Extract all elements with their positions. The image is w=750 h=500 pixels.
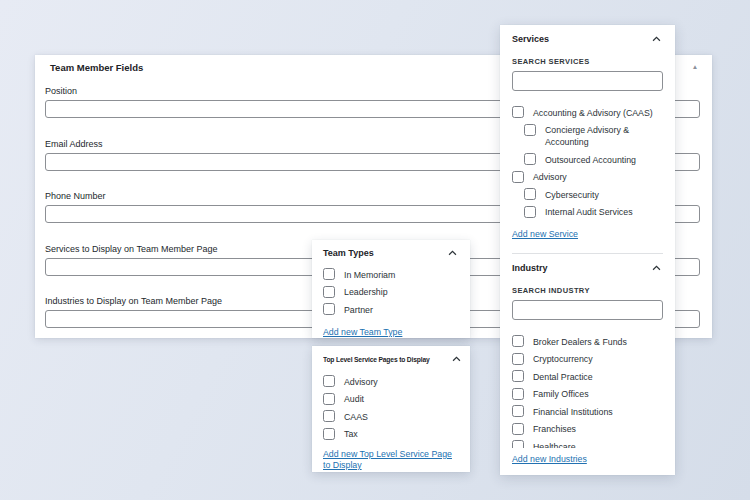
checkbox-row[interactable]: Cryptocurrency xyxy=(512,353,663,366)
team-types-panel: Team Types In Memoriam Leadership Partne… xyxy=(312,240,470,338)
search-industry-label: SEARCH INDUSTRY xyxy=(512,286,663,295)
checkbox[interactable] xyxy=(524,124,536,136)
services-section-header: Services xyxy=(512,34,663,44)
checkbox-row[interactable]: Accounting & Advisory (CAAS) xyxy=(512,106,663,119)
chevron-up-icon[interactable] xyxy=(446,248,459,258)
checkbox[interactable] xyxy=(323,393,335,405)
checkbox[interactable] xyxy=(512,423,524,435)
checkbox-row[interactable]: CAAS xyxy=(323,410,459,423)
checkbox-row[interactable]: Franchises xyxy=(512,423,663,436)
page-background: { "main_panel": { "title": "Team Member … xyxy=(0,0,750,500)
chevron-up-icon[interactable] xyxy=(650,263,663,273)
top-level-service-pages-panel: Top Level Service Pages to Display Advis… xyxy=(312,346,470,472)
search-industry-input[interactable] xyxy=(512,300,663,320)
taxonomy-sidebar-panel: Services SEARCH SERVICES Accounting & Ad… xyxy=(500,25,675,475)
industry-section-header: Industry xyxy=(512,263,663,273)
checkbox-row[interactable]: Concierge Advisory & Accounting xyxy=(524,124,663,149)
checkbox-row[interactable]: Leadership xyxy=(323,286,459,299)
chevron-up-icon[interactable] xyxy=(450,354,463,364)
search-services-input[interactable] xyxy=(512,71,663,91)
checkbox-row[interactable]: Financial Institutions xyxy=(512,405,663,418)
checkbox[interactable] xyxy=(323,375,335,387)
checkbox[interactable] xyxy=(512,405,524,417)
email-label: Email Address xyxy=(45,139,103,149)
checkbox[interactable] xyxy=(524,153,536,165)
top-level-list: Advisory Audit CAAS Tax xyxy=(323,375,459,440)
section-divider xyxy=(512,253,663,254)
position-label: Position xyxy=(45,86,77,96)
services-checklist: Accounting & Advisory (CAAS) Concierge A… xyxy=(512,106,663,218)
industry-title: Industry xyxy=(512,263,548,273)
services-title: Services xyxy=(512,34,549,44)
checkbox[interactable] xyxy=(512,370,524,382)
checkbox[interactable] xyxy=(524,206,536,218)
checkbox[interactable] xyxy=(512,440,524,448)
checkbox[interactable] xyxy=(512,353,524,365)
panel-title: Team Member Fields xyxy=(50,62,143,73)
top-level-title: Top Level Service Pages to Display xyxy=(323,355,430,364)
industries-display-label: Industries to Display on Team Member Pag… xyxy=(45,296,222,306)
checkbox-row[interactable]: Broker Dealers & Funds xyxy=(512,335,663,348)
team-types-title: Team Types xyxy=(323,248,374,258)
checkbox-row[interactable]: Tax xyxy=(323,428,459,441)
add-new-top-level-service-page-link[interactable]: Add new Top Level Service Page to Displa… xyxy=(323,449,459,471)
checkbox-row[interactable]: Family Offices xyxy=(512,388,663,401)
checkbox[interactable] xyxy=(512,171,524,183)
checkbox[interactable] xyxy=(323,303,335,315)
checkbox[interactable] xyxy=(512,106,524,118)
checkbox-row[interactable]: Healthcare xyxy=(512,440,663,448)
collapse-toggle-icon[interactable]: ▲ xyxy=(688,59,702,73)
add-new-service-link[interactable]: Add new Service xyxy=(512,229,578,240)
checkbox-row[interactable]: Internal Audit Services xyxy=(524,206,663,219)
checkbox[interactable] xyxy=(512,335,524,347)
checkbox-row[interactable]: Outsourced Accounting xyxy=(524,153,663,166)
checkbox-row[interactable]: Advisory xyxy=(512,171,663,184)
services-display-label: Services to Display on Team Member Page xyxy=(45,244,217,254)
checkbox-row[interactable]: In Memoriam xyxy=(323,268,459,281)
search-services-label: SEARCH SERVICES xyxy=(512,57,663,66)
industry-checklist: Broker Dealers & Funds Cryptocurrency De… xyxy=(512,335,663,448)
add-new-team-type-link[interactable]: Add new Team Type xyxy=(323,327,402,338)
chevron-up-icon[interactable] xyxy=(650,34,663,44)
team-types-list: In Memoriam Leadership Partner xyxy=(323,268,459,316)
checkbox-row[interactable]: Cybersecurity xyxy=(524,188,663,201)
checkbox-row[interactable]: Advisory xyxy=(323,375,459,388)
phone-label: Phone Number xyxy=(45,191,106,201)
checkbox[interactable] xyxy=(323,428,335,440)
checkbox[interactable] xyxy=(323,286,335,298)
add-new-industries-link[interactable]: Add new Industries xyxy=(512,454,587,465)
checkbox[interactable] xyxy=(524,188,536,200)
checkbox[interactable] xyxy=(323,410,335,422)
clipped-list-row: Healthcare xyxy=(512,440,663,448)
checkbox[interactable] xyxy=(512,388,524,400)
checkbox-row[interactable]: Audit xyxy=(323,393,459,406)
checkbox-row[interactable]: Partner xyxy=(323,303,459,316)
checkbox-row[interactable]: Dental Practice xyxy=(512,370,663,383)
checkbox[interactable] xyxy=(323,268,335,280)
